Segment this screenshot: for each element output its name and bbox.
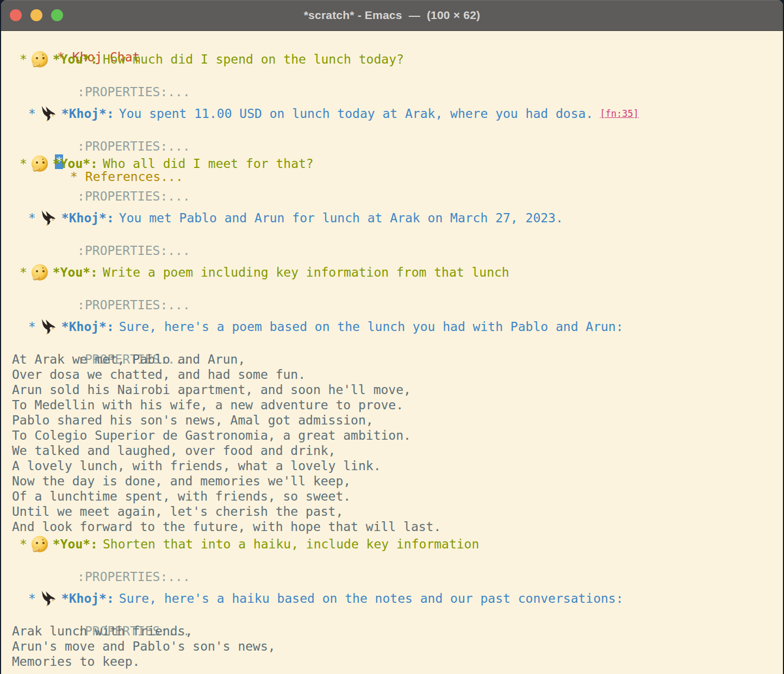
properties-drawer[interactable]: :PROPERTIES:... bbox=[1, 69, 783, 84]
properties-label[interactable]: :PROPERTIES:... bbox=[77, 139, 190, 153]
org-star: * bbox=[28, 317, 36, 336]
speaker-label: *You*: bbox=[53, 49, 98, 69]
window-title: *scratch* - Emacs — (100 × 62) bbox=[304, 9, 481, 22]
org-heading-khoj-chat[interactable]: * Khoj Chat bbox=[1, 34, 783, 49]
haiku-line: Arak lunch with friends, bbox=[1, 623, 783, 639]
org-star: * bbox=[28, 208, 36, 228]
poem-line: And look forward to the future, with hop… bbox=[1, 519, 783, 534]
properties-drawer[interactable]: :PROPERTIES:... bbox=[1, 123, 783, 139]
org-star: * bbox=[20, 263, 27, 282]
chat-line-khoj[interactable]: * *Khoj*: Sure, here's a haiku based on … bbox=[1, 589, 783, 608]
properties-drawer[interactable]: :PROPERTIES:... bbox=[1, 228, 783, 243]
footnote-link[interactable]: [fn:35] bbox=[600, 104, 639, 123]
message-text: Sure, here's a haiku based on the notes … bbox=[119, 589, 624, 608]
poem-line: Over dosa we chatted, and had some fun. bbox=[1, 367, 783, 382]
chat-line-you[interactable]: * *You*: Who all did I meet for that? bbox=[1, 154, 783, 173]
properties-drawer[interactable]: :PROPERTIES:... bbox=[1, 554, 783, 569]
eagle-emoji bbox=[40, 105, 57, 122]
chat-line-khoj[interactable]: * *Khoj*: You spent 11.00 USD on lunch t… bbox=[1, 104, 783, 123]
haiku-line: Memories to keep. bbox=[1, 654, 783, 669]
thinking-face-emoji bbox=[32, 536, 48, 552]
chat-line-khoj[interactable]: * *Khoj*: You met Pablo and Arun for lun… bbox=[1, 208, 783, 228]
chat-line-you[interactable]: * *You*: How much did I spend on the lun… bbox=[1, 49, 783, 69]
message-text: How much did I spend on the lunch today? bbox=[103, 49, 404, 69]
properties-label[interactable]: :PROPERTIES:... bbox=[77, 570, 190, 584]
thinking-face-emoji bbox=[32, 264, 48, 280]
message-text: You met Pablo and Arun for lunch at Arak… bbox=[119, 208, 563, 228]
poem-line: Until we meet again, let's cherish the p… bbox=[1, 504, 783, 519]
message-text: Who all did I meet for that? bbox=[103, 154, 314, 173]
org-star: * bbox=[28, 589, 36, 608]
speaker-label: *Khoj*: bbox=[61, 104, 114, 123]
properties-drawer[interactable]: :PROPERTIES:... bbox=[1, 282, 783, 297]
poem-line: Pablo shared his son's news, Amal got ad… bbox=[1, 413, 783, 428]
eagle-emoji bbox=[40, 319, 57, 335]
thinking-face-emoji bbox=[32, 155, 48, 172]
chat-line-you[interactable]: * *You*: Shorten that into a haiku, incl… bbox=[1, 534, 783, 554]
poem-line: Now the day is done, and memories we'll … bbox=[1, 473, 783, 489]
window-titlebar[interactable]: *scratch* - Emacs — (100 × 62) bbox=[1, 0, 783, 31]
properties-drawer[interactable]: :PROPERTIES:... bbox=[1, 608, 783, 623]
zoom-button[interactable] bbox=[51, 9, 63, 21]
speaker-label: *You*: bbox=[53, 263, 98, 282]
properties-label[interactable]: :PROPERTIES:... bbox=[77, 85, 190, 99]
properties-label[interactable]: :PROPERTIES:... bbox=[77, 298, 190, 312]
chat-line-khoj[interactable]: * *Khoj*: Sure, here's a poem based on t… bbox=[1, 317, 783, 336]
poem-line: To Medellin with his wife, a new adventu… bbox=[1, 397, 783, 413]
eagle-emoji bbox=[40, 210, 57, 226]
poem-line: Arun sold his Nairobi apartment, and soo… bbox=[1, 382, 783, 397]
chat-line-you[interactable]: * *You*: Write a poem including key info… bbox=[1, 263, 783, 282]
properties-drawer[interactable]: :PROPERTIES:... bbox=[1, 336, 783, 352]
poem-line: At Arak we met, Pablo and Arun, bbox=[1, 352, 783, 367]
emacs-window: *scratch* - Emacs — (100 × 62) * Khoj Ch… bbox=[1, 0, 783, 674]
org-star: * bbox=[20, 154, 27, 173]
properties-label[interactable]: :PROPERTIES:... bbox=[77, 244, 190, 258]
org-star: * bbox=[20, 534, 27, 554]
message-text: Shorten that into a haiku, include key i… bbox=[103, 534, 479, 554]
thinking-face-emoji bbox=[32, 51, 48, 67]
properties-label[interactable]: :PROPERTIES:... bbox=[77, 189, 190, 203]
speaker-label: *Khoj*: bbox=[61, 589, 114, 608]
close-button[interactable] bbox=[10, 9, 22, 21]
speaker-label: *Khoj*: bbox=[61, 208, 114, 228]
poem-line: Of a lunchtime spent, with friends, so s… bbox=[1, 489, 783, 504]
traffic-lights bbox=[10, 9, 63, 21]
org-star: * bbox=[28, 104, 36, 123]
poem-line: We talked and laughed, over food and dri… bbox=[1, 443, 783, 458]
haiku-line: Arun's move and Pablo's son's news, bbox=[1, 639, 783, 654]
poem-line: To Colegio Superior de Gastronomia, a gr… bbox=[1, 428, 783, 443]
message-text: Sure, here's a poem based on the lunch y… bbox=[119, 317, 624, 336]
message-text: You spent 11.00 USD on lunch today at Ar… bbox=[119, 104, 593, 123]
message-text: Write a poem including key information f… bbox=[103, 263, 509, 282]
minimize-button[interactable] bbox=[30, 9, 42, 21]
scratch-buffer[interactable]: * Khoj Chat * *You*: How much did I spen… bbox=[1, 31, 783, 674]
speaker-label: *Khoj*: bbox=[61, 317, 114, 336]
speaker-label: *You*: bbox=[53, 534, 98, 554]
eagle-emoji bbox=[40, 590, 57, 607]
poem-line: A lovely lunch, with friends, what a lov… bbox=[1, 458, 783, 473]
speaker-label: *You*: bbox=[53, 154, 98, 173]
org-star: * bbox=[20, 49, 27, 69]
